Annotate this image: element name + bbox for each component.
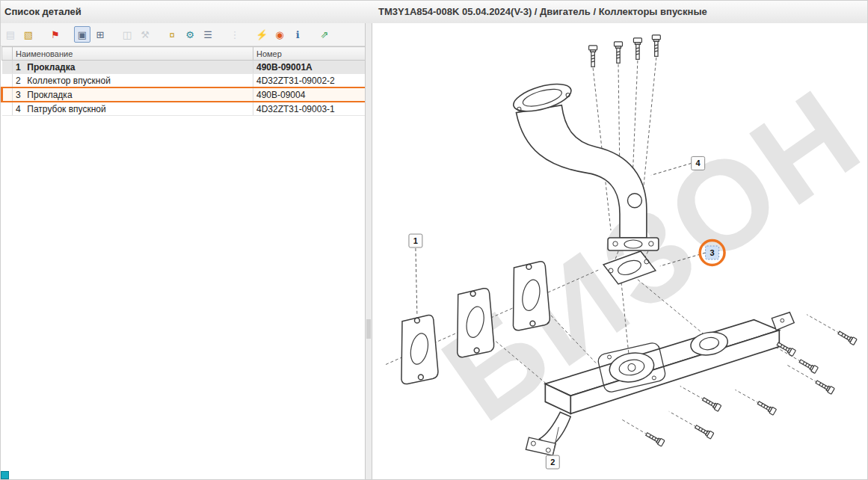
vertical-scrollbar[interactable]: [365, 23, 372, 479]
row-number: 490B-09004: [253, 87, 366, 102]
callout-1[interactable]: 1: [409, 234, 422, 247]
diagram-pane: БИЗОН: [372, 23, 867, 479]
header-bar: Список деталей TM3Y1A854-008K 05.04.2024…: [1, 1, 867, 24]
table-row[interactable]: 2 Коллектор впускной4D32ZT31-09002-2: [2, 74, 366, 88]
hammer-icon-glyph: ⚒: [141, 29, 150, 40]
car-icon-glyph: ⚙: [185, 29, 194, 40]
price-icon-glyph: ¤: [169, 29, 174, 40]
more-icon-glyph: ⋮: [230, 29, 240, 40]
row-number: 4D32ZT31-09003-1: [253, 102, 366, 116]
row-name-cell: 2 Коллектор впускной: [13, 74, 253, 88]
lightning-icon[interactable]: ⚡: [253, 26, 270, 43]
row-marker: [2, 61, 13, 74]
svg-text:3: 3: [710, 248, 715, 257]
table-row[interactable]: 1 Прокладка490B-09001A: [2, 61, 366, 74]
svg-text:1: 1: [413, 236, 418, 245]
callout-2[interactable]: 2: [546, 455, 559, 469]
row-name-cell: 4 Патрубок впускной: [13, 102, 253, 116]
row-pos: 2: [16, 76, 25, 86]
flag-icon[interactable]: ⚑: [47, 26, 64, 43]
add-window-icon-glyph: ⊞: [96, 29, 105, 40]
row-number: 4D32ZT31-09002-2: [253, 74, 366, 88]
row-number: 490B-09001A: [253, 61, 366, 74]
row-pos: 3: [16, 90, 25, 100]
globe-icon-glyph: ◉: [275, 29, 283, 40]
flange-bolts-top: [589, 35, 661, 67]
page-icon-glyph: ▤: [6, 29, 15, 40]
document-icon[interactable]: ☰: [200, 26, 216, 43]
svg-text:4: 4: [696, 159, 701, 167]
document-icon-glyph: ☰: [203, 29, 212, 40]
page-icon: ▤: [2, 26, 19, 43]
info-icon-glyph: ℹ: [296, 29, 300, 40]
list-view-icon[interactable]: ▣: [74, 26, 90, 43]
price-icon[interactable]: ¤: [164, 26, 180, 43]
monitors-icon: ◫: [119, 26, 135, 43]
monitors-icon-glyph: ◫: [123, 29, 132, 40]
info-icon[interactable]: ℹ: [289, 26, 306, 43]
row-name: Прокладка: [25, 90, 73, 100]
row-name-cell: 3 Прокладка: [13, 87, 253, 102]
parts-catalog-window: Список деталей TM3Y1A854-008K 05.04.2024…: [0, 0, 868, 480]
diagram-canvas: БИЗОН: [372, 23, 867, 479]
parts-list-pane: ▤▧⚑▣⊞◫⚒¤⚙☰⋮⚡◉ℹ⇗ Наименование Номер 1 Про…: [1, 23, 365, 479]
parts-table: Наименование Номер 1 Прокладка490B-09001…: [1, 46, 365, 116]
folder-open-icon-glyph: ▧: [24, 29, 33, 40]
row-pos: 1: [16, 62, 25, 73]
car-icon[interactable]: ⚙: [182, 26, 198, 43]
table-header-row: Наименование Номер: [2, 47, 366, 61]
row-marker: [2, 102, 13, 116]
callout-4[interactable]: 4: [692, 156, 705, 170]
row-pos: 4: [16, 104, 25, 114]
row-name: Коллектор впускной: [25, 76, 111, 86]
row-name: Патрубок впускной: [25, 104, 106, 114]
table-row[interactable]: 3 Прокладка490B-09004: [2, 87, 366, 102]
add-window-icon[interactable]: ⊞: [92, 26, 108, 43]
table-row[interactable]: 4 Патрубок впускной4D32ZT31-09003-1: [2, 102, 366, 116]
row-marker-header: [2, 47, 13, 61]
row-marker: [2, 87, 13, 102]
export-icon-glyph: ⇗: [321, 29, 329, 40]
export-icon[interactable]: ⇗: [316, 26, 333, 43]
row-name: Прокладка: [25, 62, 75, 73]
parts-table-body: 1 Прокладка490B-09001A2 Коллектор впускн…: [2, 61, 366, 116]
lightning-icon-glyph: ⚡: [256, 29, 268, 40]
scrollbar-thumb[interactable]: [366, 319, 371, 339]
row-name-cell: 1 Прокладка: [13, 61, 253, 74]
row-marker: [2, 74, 13, 88]
column-header-name[interactable]: Наименование: [13, 47, 253, 61]
folder-open-icon[interactable]: ▧: [20, 26, 37, 43]
toolbar: ▤▧⚑▣⊞◫⚒¤⚙☰⋮⚡◉ℹ⇗: [1, 23, 365, 46]
breadcrumb-title: TM3Y1A854-008K 05.04.2024(V-3) / Двигате…: [378, 6, 707, 17]
column-header-number[interactable]: Номер: [253, 47, 366, 61]
svg-text:2: 2: [550, 458, 555, 467]
flag-icon-glyph: ⚑: [51, 29, 60, 40]
hammer-icon: ⚒: [137, 26, 153, 43]
page-title: Список деталей: [4, 6, 81, 17]
list-view-icon-glyph: ▣: [78, 29, 87, 40]
more-icon: ⋮: [227, 26, 243, 43]
grid-corner-badge: [1, 471, 9, 479]
globe-icon[interactable]: ◉: [271, 26, 288, 43]
